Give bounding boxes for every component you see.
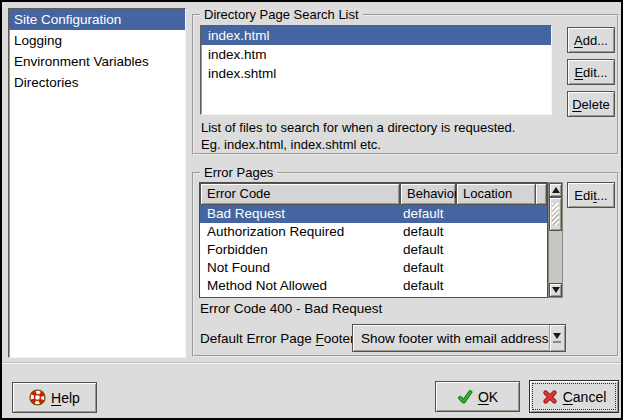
edit-button[interactable]: Edit... xyxy=(567,59,615,85)
edit-error-page-button[interactable]: Edit... xyxy=(567,182,615,208)
scroll-up-button[interactable] xyxy=(549,183,562,197)
category-list: Site Configuration Logging Environment V… xyxy=(8,8,186,358)
directory-file-list: index.html index.htm index.shtml xyxy=(200,25,552,115)
sidebar-item-site-configuration[interactable]: Site Configuration xyxy=(9,9,185,30)
arrow-down-icon xyxy=(552,287,560,293)
group-title: Error Pages xyxy=(200,165,277,180)
chevron-down-icon xyxy=(553,333,561,339)
column-header-behavior[interactable]: Behavior xyxy=(400,183,456,205)
table-row[interactable]: Bad Requestdefault xyxy=(200,205,547,223)
column-header-error-code[interactable]: Error Code xyxy=(200,183,400,205)
table-row[interactable]: Forbiddendefault xyxy=(200,241,547,259)
action-area-separator xyxy=(2,362,621,364)
help-lifebuoy-icon xyxy=(29,389,46,406)
scroll-down-button[interactable] xyxy=(549,283,562,297)
default-error-page-footer-label: Default Error Page Footer: xyxy=(200,331,358,346)
delete-button[interactable]: Delete xyxy=(567,91,615,117)
sidebar-item-directories[interactable]: Directories xyxy=(9,72,185,93)
dropdown-selected-value: Show footer with email address xyxy=(353,331,549,346)
error-code-status: Error Code 400 - Bad Request xyxy=(200,301,382,316)
error-pages-group: Error Pages Error Code Behavior Location… xyxy=(192,172,619,357)
table-row[interactable]: Method Not Alloweddefault xyxy=(200,277,547,295)
group-title: Directory Page Search List xyxy=(200,7,363,22)
ok-button[interactable]: OK xyxy=(435,381,520,412)
scrollbar-thumb[interactable] xyxy=(549,197,562,231)
add-button[interactable]: Add... xyxy=(567,27,615,53)
table-header: Error Code Behavior Location xyxy=(200,183,547,205)
error-footer-dropdown[interactable]: Show footer with email address xyxy=(352,324,566,352)
http-config-dialog: Site Configuration Logging Environment V… xyxy=(0,0,623,420)
arrow-up-icon xyxy=(552,187,560,193)
column-header-filler xyxy=(536,183,547,205)
check-icon xyxy=(457,389,473,405)
sidebar-item-environment-variables[interactable]: Environment Variables xyxy=(9,51,185,72)
directory-list-description: List of files to search for when a direc… xyxy=(201,119,515,153)
list-item[interactable]: index.htm xyxy=(201,45,551,64)
scrollbar-track[interactable] xyxy=(549,231,562,283)
column-header-location[interactable]: Location xyxy=(456,183,536,205)
table-row[interactable]: Not Founddefault xyxy=(200,259,547,277)
table-row[interactable]: Authorization Requireddefault xyxy=(200,223,547,241)
help-button[interactable]: Help xyxy=(12,382,97,413)
dropdown-arrow-button[interactable] xyxy=(549,325,565,351)
table-scrollbar[interactable] xyxy=(548,182,563,298)
close-x-icon xyxy=(542,389,558,405)
cancel-button[interactable]: Cancel xyxy=(529,380,619,413)
directory-page-search-list-group: Directory Page Search List index.html in… xyxy=(192,14,619,155)
list-item[interactable]: index.html xyxy=(201,26,551,45)
list-item[interactable]: index.shtml xyxy=(201,64,551,83)
error-pages-table: Error Code Behavior Location Bad Request… xyxy=(199,182,563,298)
sidebar-item-logging[interactable]: Logging xyxy=(9,30,185,51)
thumb-grip-icon xyxy=(552,203,559,225)
